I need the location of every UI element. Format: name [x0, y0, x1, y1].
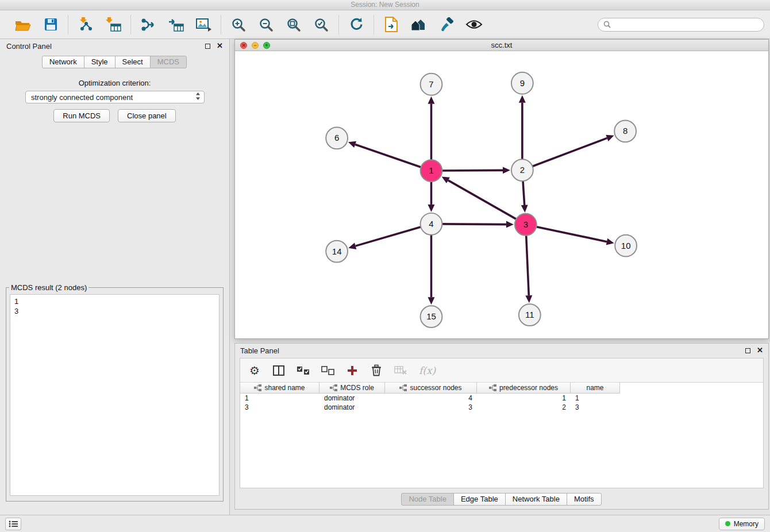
mcds-result-title: MCDS result (2 nodes)	[9, 283, 88, 292]
table-cell: 4	[385, 394, 477, 403]
network-table-icon[interactable]	[165, 14, 186, 35]
graph-edge-1-2[interactable]	[442, 170, 503, 171]
folder-open-icon[interactable]	[13, 14, 33, 35]
column-header-mcds-role[interactable]: MCDS role	[319, 383, 385, 394]
table-cell: 3	[571, 403, 620, 412]
document-share-icon[interactable]	[381, 14, 402, 35]
graph-edge-4-3[interactable]	[442, 224, 506, 225]
column-header-shared-name[interactable]: shared name	[240, 383, 319, 394]
graph-edge-arrowhead	[606, 238, 614, 245]
close-panel-button[interactable]: Close panel	[118, 109, 176, 122]
delete-column-icon[interactable]	[370, 364, 383, 376]
control-panel: Control Panel ✕ Network Style Select MCD…	[0, 39, 230, 515]
delete-table-icon	[394, 365, 407, 375]
memory-button[interactable]: Memory	[719, 518, 765, 530]
table-settings-gear-icon[interactable]: ⚙	[248, 365, 261, 376]
close-window-button[interactable]: ✕	[240, 42, 247, 49]
column-header-predecessor-nodes[interactable]: predecessor nodes	[477, 383, 571, 394]
control-panel-header: Control Panel ✕	[0, 39, 229, 53]
float-table-panel-icon[interactable]	[745, 348, 750, 353]
table-row[interactable]: 1dominator411	[240, 394, 763, 403]
column-type-icon	[254, 384, 261, 391]
zoom-out-icon[interactable]	[256, 14, 276, 35]
tab-mcds[interactable]: MCDS	[150, 56, 187, 68]
search-icon	[603, 21, 611, 28]
graph-edge-arrowhead	[428, 97, 435, 104]
graph-edge-arrowhead	[503, 167, 510, 174]
refresh-icon[interactable]	[346, 14, 367, 35]
import-network-icon[interactable]	[75, 14, 96, 35]
graph-edge-arrowhead	[428, 297, 435, 304]
float-panel-icon[interactable]	[205, 44, 210, 49]
close-control-panel-icon[interactable]: ✕	[217, 43, 223, 49]
graph-edge-3-11[interactable]	[526, 236, 529, 296]
graph-edge-3-10[interactable]	[536, 227, 607, 242]
table-panel-title: Table Panel	[240, 346, 279, 355]
network-window-title: scc.txt	[491, 41, 513, 49]
network-view-window: ✕ − + scc.txt 7968124314101511	[234, 39, 769, 339]
table-cell: 3	[385, 403, 477, 412]
graph-edge-1-6[interactable]	[355, 144, 421, 167]
optimization-select-value: strongly connected component	[31, 93, 195, 102]
zoom-fit-icon[interactable]	[283, 14, 304, 35]
split-panel-icon[interactable]	[272, 365, 285, 376]
window-title: Session: New Session	[351, 1, 419, 9]
tab-network-table[interactable]: Network Table	[505, 493, 567, 506]
status-bar: Memory	[0, 515, 770, 532]
minimize-window-button[interactable]: −	[252, 42, 259, 49]
table-row[interactable]: 3dominator323	[240, 403, 763, 412]
main-toolbar	[0, 10, 770, 39]
table-panel: Table Panel ✕ ⚙	[234, 343, 769, 510]
network-graph[interactable]: 7968124314101511	[235, 51, 768, 338]
zoom-window-button[interactable]: +	[263, 42, 270, 49]
list-icon	[9, 521, 18, 527]
zoom-selected-icon[interactable]	[311, 14, 332, 35]
run-mcds-button[interactable]: Run MCDS	[53, 109, 110, 122]
tab-node-table[interactable]: Node Table	[401, 493, 454, 506]
optimization-select[interactable]: strongly connected component	[25, 91, 205, 103]
column-header-successor-nodes[interactable]: successor nodes	[385, 383, 477, 394]
table-cell: 2	[477, 403, 571, 412]
export-image-icon[interactable]	[193, 14, 214, 35]
memory-button-label: Memory	[734, 520, 759, 528]
tab-style[interactable]: Style	[84, 56, 116, 68]
table-panel-tabs: Node Table Edge Table Network Table Moti…	[235, 493, 768, 506]
graph-node-label: 3	[523, 219, 528, 229]
network-window-titlebar: ✕ − + scc.txt	[235, 40, 768, 51]
mcds-result-list[interactable]: 13	[10, 294, 220, 496]
paint-icon[interactable]	[436, 14, 457, 35]
graph-node-label: 6	[334, 133, 339, 142]
select-all-columns-icon[interactable]	[297, 366, 310, 375]
search-input[interactable]	[614, 21, 759, 29]
graph-node-label: 10	[621, 241, 631, 250]
network-share-icon[interactable]	[138, 14, 159, 35]
graph-edge-2-3[interactable]	[523, 181, 525, 205]
mcds-result-line: 1	[14, 296, 215, 306]
search-box	[598, 18, 764, 32]
unselect-all-columns-icon[interactable]	[321, 366, 334, 375]
table-cell: 1	[571, 394, 620, 403]
add-column-icon[interactable]	[346, 365, 359, 376]
graph-edge-3-1[interactable]	[448, 180, 516, 219]
table-panel-header: Table Panel ✕	[235, 344, 768, 357]
tab-select[interactable]: Select	[115, 56, 151, 68]
network-canvas[interactable]: 7968124314101511	[235, 51, 768, 338]
graph-edge-arrowhead	[348, 141, 356, 148]
eye-icon[interactable]	[464, 14, 484, 35]
import-table-icon[interactable]	[103, 14, 124, 35]
tab-motifs[interactable]: Motifs	[567, 493, 602, 506]
close-table-panel-icon[interactable]: ✕	[757, 348, 763, 353]
column-type-icon	[399, 384, 407, 391]
home-icon[interactable]	[409, 14, 429, 35]
tab-edge-table[interactable]: Edge Table	[453, 493, 506, 506]
zoom-in-icon[interactable]	[228, 14, 249, 35]
save-icon[interactable]	[40, 14, 61, 35]
graph-edge-arrowhead	[428, 205, 435, 212]
function-builder-icon: f(x)	[419, 365, 436, 376]
tab-network[interactable]: Network	[42, 56, 84, 68]
graph-node-label: 4	[429, 219, 433, 229]
column-header-name[interactable]: name	[571, 383, 620, 394]
task-history-button[interactable]	[5, 518, 21, 530]
graph-edge-2-8[interactable]	[533, 138, 607, 166]
graph-edge-4-14[interactable]	[356, 227, 421, 246]
